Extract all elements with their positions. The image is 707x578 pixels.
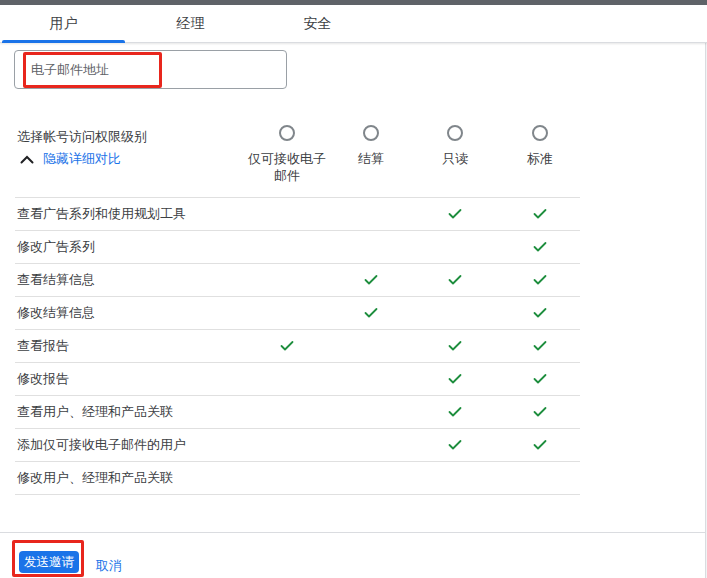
permission-row: 添加仅可接收电子邮件的用户 bbox=[15, 429, 580, 462]
radio-standard[interactable] bbox=[532, 125, 548, 141]
permission-label: 添加仅可接收电子邮件的用户 bbox=[17, 436, 186, 454]
check-icon bbox=[280, 341, 294, 352]
cancel-link[interactable]: 取消 bbox=[96, 557, 122, 575]
tab-managers[interactable]: 经理 bbox=[127, 5, 254, 42]
check-icon bbox=[364, 308, 378, 319]
access-level-label: 选择帐号访问权限级别 bbox=[17, 128, 147, 146]
check-icon bbox=[448, 275, 462, 286]
permission-label: 修改报告 bbox=[17, 370, 69, 388]
radio-read-only[interactable] bbox=[447, 125, 463, 141]
tab-users[interactable]: 用户 bbox=[0, 5, 127, 42]
chevron-up-icon bbox=[20, 155, 34, 164]
permission-label: 查看广告系列和使用规划工具 bbox=[17, 205, 186, 223]
check-icon bbox=[448, 341, 462, 352]
top-border-bar bbox=[0, 0, 707, 5]
check-icon bbox=[533, 242, 547, 253]
permission-row: 查看广告系列和使用规划工具 bbox=[15, 198, 580, 231]
permission-label: 修改结算信息 bbox=[17, 304, 95, 322]
check-icon bbox=[533, 275, 547, 286]
permission-row: 修改报告 bbox=[15, 363, 580, 396]
check-icon bbox=[533, 440, 547, 451]
permission-row: 查看用户、经理和产品关联 bbox=[15, 396, 580, 429]
footer-divider bbox=[0, 532, 707, 533]
send-invitation-button[interactable]: 发送邀请 bbox=[19, 551, 79, 573]
tab-bar: 用户经理安全 bbox=[0, 5, 707, 43]
permission-label: 修改广告系列 bbox=[17, 238, 95, 256]
hide-comparison-label: 隐藏详细对比 bbox=[43, 150, 121, 168]
check-icon bbox=[364, 275, 378, 286]
radio-label-standard[interactable]: 标准 bbox=[498, 150, 582, 167]
permissions-table: 查看广告系列和使用规划工具修改广告系列查看结算信息修改结算信息查看报告修改报告查… bbox=[15, 197, 580, 495]
radio-billing[interactable] bbox=[363, 125, 379, 141]
permission-label: 查看结算信息 bbox=[17, 271, 95, 289]
permission-label: 查看报告 bbox=[17, 337, 69, 355]
check-icon bbox=[448, 209, 462, 220]
active-tab-underline bbox=[2, 40, 125, 43]
permission-label: 查看用户、经理和产品关联 bbox=[17, 403, 173, 421]
invite-user-panel: 用户经理安全 选择帐号访问权限级别 隐藏详细对比 仅可接收电子邮件结算只读标准 … bbox=[0, 0, 707, 578]
permission-row: 查看结算信息 bbox=[15, 264, 580, 297]
tab-security[interactable]: 安全 bbox=[254, 5, 381, 42]
radio-label-email-only[interactable]: 仅可接收电子邮件 bbox=[245, 150, 329, 184]
check-icon bbox=[533, 209, 547, 220]
permission-row: 修改用户、经理和产品关联 bbox=[15, 462, 580, 495]
check-icon bbox=[533, 407, 547, 418]
check-icon bbox=[448, 440, 462, 451]
check-icon bbox=[448, 374, 462, 385]
permission-row: 查看报告 bbox=[15, 330, 580, 363]
tab-label: 用户 bbox=[50, 15, 78, 33]
email-input[interactable] bbox=[14, 50, 287, 89]
tab-label: 经理 bbox=[177, 15, 205, 33]
permission-row: 修改结算信息 bbox=[15, 297, 580, 330]
check-icon bbox=[448, 407, 462, 418]
permission-label: 修改用户、经理和产品关联 bbox=[17, 469, 173, 487]
radio-label-read-only[interactable]: 只读 bbox=[413, 150, 497, 167]
check-icon bbox=[533, 374, 547, 385]
permission-row: 修改广告系列 bbox=[15, 231, 580, 264]
radio-label-billing[interactable]: 结算 bbox=[329, 150, 413, 167]
tab-label: 安全 bbox=[304, 15, 332, 33]
radio-email-only[interactable] bbox=[279, 125, 295, 141]
check-icon bbox=[533, 341, 547, 352]
check-icon bbox=[533, 308, 547, 319]
hide-comparison-link[interactable]: 隐藏详细对比 bbox=[20, 150, 121, 168]
